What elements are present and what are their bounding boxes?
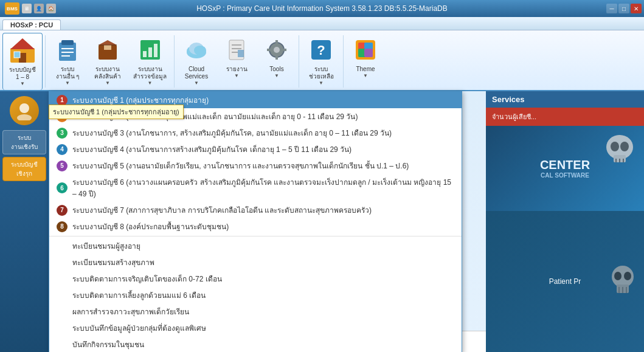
ribbon-help-arrow: ▼	[319, 80, 324, 86]
item-text-8: ระบบงานบัญชี 8 (องค์ประกอบพื้นฐานระดับชุ…	[72, 221, 229, 232]
ribbon-stock-arrow: ▼	[105, 80, 110, 86]
ribbon-stock[interactable]: ระบบงานคลังสินค้า ▼	[88, 33, 127, 90]
svg-point-50	[624, 272, 631, 280]
center-logo: CENTER CAL SOFTWARE	[540, 158, 590, 179]
ribbon-accounting[interactable]: ระบบบัญชี 1 – 8 ▼	[2, 33, 43, 90]
sidebar-proactive-btn[interactable]: ระบบบัญชี เชิงรุก	[2, 157, 46, 181]
ribbon-accounting-arrow: ▼	[20, 81, 25, 86]
dropdown-section-2[interactable]: ทะเบียนชมรมสร้างสุขภาพ	[49, 254, 462, 271]
ribbon-survey[interactable]: ระบบงานสำรวจข้อมูล ▼	[128, 33, 171, 90]
dropdown-section-1[interactable]: ทะเบียนชมรมผู้สูงอายุ	[49, 238, 462, 254]
ribbon-tools-label: Tools	[269, 66, 283, 73]
close-button[interactable]: ✕	[631, 4, 642, 13]
window-title: HOSxP : Primary Care Unit Information Sy…	[196, 4, 448, 13]
ribbon-other[interactable]: ระบบงานอื่น ๆ ▼	[48, 33, 87, 90]
title-bar-controls: ─ □ ✕	[606, 4, 642, 13]
app-icon2: 👤	[34, 4, 44, 13]
svg-rect-3	[14, 52, 20, 58]
clipboard-icon	[53, 35, 82, 64]
ribbon-survey-label: ระบบงานสำรวจข้อมูล	[133, 66, 167, 80]
divider-1	[45, 35, 46, 88]
ribbon-report-arrow: ▼	[234, 73, 239, 78]
dropdown-section-7[interactable]: บันทึกกิจกรรมในชุมชน	[49, 336, 462, 352]
services-title: Services	[486, 91, 644, 108]
minimize-button[interactable]: ─	[606, 4, 617, 13]
item-text-4: ระบบงานบัญชี 4 (งานโภชนาการสร้างเสริมภูม…	[72, 143, 351, 155]
dropdown-section-6[interactable]: ระบบบันทึกข้อมูลผู้ป่วยกลุ่มที่ต้องดูแลพ…	[49, 320, 462, 336]
svg-point-43	[611, 142, 619, 151]
ribbon-help[interactable]: ? ระบบช่วยเหลือ ▼	[302, 33, 341, 90]
ribbon-accounting-label: ระบบบัญชี 1 – 8	[9, 66, 36, 81]
svg-rect-31	[282, 49, 286, 51]
dropdown-item-7[interactable]: 7 ระบบงานบัญชี 7 (สภาการสุขาภิบาล การบริ…	[49, 202, 462, 218]
item-num-7: 7	[57, 205, 68, 216]
svg-point-39	[19, 103, 29, 113]
user-avatar	[10, 96, 39, 125]
right-panel: Services จำนวนผู้เสียชี... CENTER CAL SO…	[486, 91, 644, 352]
item-text-7: ระบบงานบัญชี 7 (สภาการสุขาภิบาล การบริโภ…	[72, 204, 372, 216]
item-num-6: 6	[57, 182, 68, 193]
dropdown-item-4[interactable]: 4 ระบบงานบัญชี 4 (งานโภชนาการสร้างเสริมภ…	[49, 141, 462, 157]
svg-point-40	[17, 114, 32, 120]
dropdown-item-6[interactable]: 6 ระบบงานบัญชี 6 (งานวางแผนครอบครัว สร้า…	[49, 174, 462, 202]
svg-point-49	[614, 272, 621, 280]
svg-point-20	[194, 46, 206, 55]
bms-logo: BMS	[5, 2, 19, 15]
ribbon-report[interactable]: รายงาน ▼	[217, 33, 256, 90]
dropdown-divider-1	[49, 236, 462, 236]
app-icon: 🖥	[22, 4, 32, 13]
svg-rect-38	[364, 49, 373, 57]
svg-rect-14	[143, 51, 147, 57]
svg-rect-30	[267, 49, 272, 51]
ribbon-cloud[interactable]: CloudServices ▼	[177, 33, 216, 90]
svg-text:?: ?	[317, 43, 325, 58]
center-image[interactable]: CENTER CAL SOFTWARE	[486, 126, 644, 211]
ribbon-theme-arrow: ▼	[363, 73, 368, 78]
svg-rect-25	[238, 50, 244, 57]
patient-panel[interactable]: Patient Pr	[486, 211, 644, 352]
item-num-5: 5	[57, 160, 68, 171]
help-icon: ?	[306, 35, 336, 64]
ribbon-stock-label: ระบบงานคลังสินค้า	[94, 66, 121, 80]
sidebar-receive-btn[interactable]: ระบบ งานเชิงรับ	[2, 130, 46, 154]
item-text-5: ระบบงานบัญชี 5 (งานอนามัยเด็กวัยเรียน, ง…	[72, 160, 409, 171]
app-icon3: 🏠	[46, 4, 56, 13]
cloud-icon	[182, 35, 211, 64]
tooltip: ระบบงานบัญชี 1 (กลุ่มประชากรทุกกลุ่มอายุ…	[49, 105, 184, 119]
item-text-6: ระบบงานบัญชี 6 (งานวางแผนครอบครัว สร้างเ…	[72, 176, 454, 199]
dropdown-section-3[interactable]: ระบบติดตามการเจริญเติบโตของเด็ก 0-72 เดื…	[49, 271, 462, 287]
svg-rect-16	[154, 44, 158, 57]
box-icon	[93, 35, 122, 64]
dropdown-section-5[interactable]: ผลการสำรวจภาวะสุขภาพเด็กวัยเรียน	[49, 303, 462, 320]
ribbon-survey-arrow: ▼	[148, 80, 153, 86]
dropdown-item-5[interactable]: 5 ระบบงานบัญชี 5 (งานอนามัยเด็กวัยเรียน,…	[49, 157, 462, 174]
stat-label: จำนวนผู้เสียชี...	[486, 108, 644, 126]
ribbon-theme[interactable]: Theme ▼	[346, 33, 385, 90]
sidebar: ระบบ งานเชิงรับ ระบบบัญชี เชิงรุก	[0, 91, 49, 352]
patient-label: Patient Pr	[549, 277, 581, 286]
svg-rect-28	[275, 40, 278, 45]
tab-hosxp-pcu[interactable]: HOSxP : PCU	[2, 19, 61, 30]
dropdown-section-4[interactable]: ระบบติดตามการเลี้ยงลูกด้วยนมแม่ 6 เดือน	[49, 287, 462, 303]
ribbon-cloud-label: CloudServices	[185, 66, 208, 80]
title-bar: BMS 🖥 👤 🏠 HOSxP : Primary Care Unit Info…	[0, 0, 644, 17]
ribbon-report-label: รายงาน	[226, 66, 248, 73]
house-icon	[8, 36, 37, 65]
dropdown-item-8[interactable]: 8 ระบบงานบัญชี 8 (องค์ประกอบพื้นฐานระดับ…	[49, 218, 462, 235]
ribbon-tools-arrow: ▼	[274, 73, 279, 78]
theme-icon	[351, 35, 380, 64]
chart-icon	[136, 35, 165, 64]
divider-4	[343, 35, 344, 88]
dropdown-item-3[interactable]: 3 ระบบงานบัญชี 3 (งานโภชนาการ, สร้างเสริ…	[49, 125, 462, 141]
tab-bar: HOSxP : PCU	[0, 17, 644, 30]
svg-marker-10	[99, 40, 117, 45]
item-num-4: 4	[57, 144, 68, 155]
svg-rect-11	[104, 45, 111, 50]
svg-point-44	[620, 142, 629, 151]
maximize-button[interactable]: □	[618, 4, 629, 13]
svg-rect-15	[148, 47, 152, 57]
ribbon-tools[interactable]: Tools ▼	[257, 33, 296, 90]
tools-icon	[262, 35, 291, 64]
item-num-8: 8	[57, 221, 68, 232]
divider-3	[299, 35, 299, 88]
